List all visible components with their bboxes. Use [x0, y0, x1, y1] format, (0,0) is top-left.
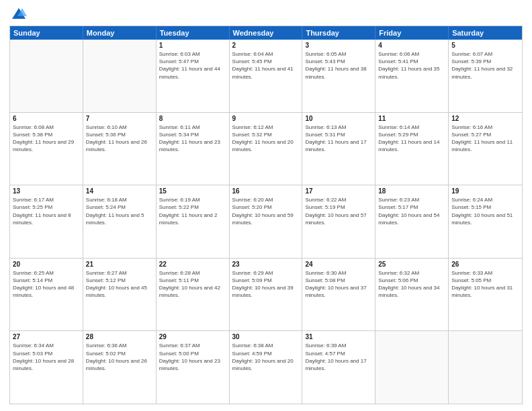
cell-info: Sunrise: 6:27 AMSunset: 5:12 PMDaylight:…: [86, 269, 153, 300]
calendar-cell: 10Sunrise: 6:13 AMSunset: 5:31 PMDayligh…: [302, 113, 375, 185]
weekday-header-sunday: Sunday: [10, 26, 83, 40]
logo-icon: [11, 7, 27, 20]
calendar-cell: 19Sunrise: 6:24 AMSunset: 5:15 PMDayligh…: [449, 185, 522, 258]
calendar-body: 1Sunrise: 6:03 AMSunset: 5:47 PMDaylight…: [10, 40, 522, 404]
cell-info: Sunrise: 6:32 AMSunset: 5:06 PMDaylight:…: [378, 269, 445, 300]
cell-info: Sunrise: 6:18 AMSunset: 5:24 PMDaylight:…: [86, 196, 153, 226]
day-number: 17: [305, 187, 372, 195]
weekday-header-friday: Friday: [375, 26, 449, 40]
cell-info: Sunrise: 6:07 AMSunset: 5:39 PMDaylight:…: [451, 50, 519, 81]
calendar-cell: 3Sunrise: 6:05 AMSunset: 5:43 PMDaylight…: [302, 40, 375, 112]
calendar-cell: [83, 40, 157, 112]
calendar-row-4: 27Sunrise: 6:34 AMSunset: 5:03 PMDayligh…: [10, 330, 522, 404]
calendar-cell: 31Sunrise: 6:39 AMSunset: 4:57 PMDayligh…: [302, 331, 375, 404]
calendar-cell: 21Sunrise: 6:27 AMSunset: 5:12 PMDayligh…: [83, 259, 157, 331]
weekday-header-tuesday: Tuesday: [157, 26, 230, 40]
calendar-cell: 13Sunrise: 6:17 AMSunset: 5:25 PMDayligh…: [10, 185, 83, 258]
cell-info: Sunrise: 6:34 AMSunset: 5:03 PMDaylight:…: [13, 342, 80, 372]
calendar-cell: 22Sunrise: 6:28 AMSunset: 5:11 PMDayligh…: [157, 259, 230, 331]
calendar-cell: 5Sunrise: 6:07 AMSunset: 5:39 PMDaylight…: [449, 40, 522, 112]
day-number: 19: [451, 187, 519, 195]
calendar-cell: [375, 331, 449, 404]
day-number: 30: [232, 333, 300, 340]
cell-info: Sunrise: 6:22 AMSunset: 5:19 PMDaylight:…: [305, 196, 372, 226]
day-number: 9: [232, 115, 300, 122]
calendar-cell: 23Sunrise: 6:29 AMSunset: 5:09 PMDayligh…: [230, 259, 303, 331]
calendar-cell: [449, 331, 522, 404]
calendar-cell: 8Sunrise: 6:11 AMSunset: 5:34 PMDaylight…: [157, 113, 230, 185]
calendar-cell: 7Sunrise: 6:10 AMSunset: 5:36 PMDaylight…: [83, 113, 157, 185]
day-number: 22: [159, 261, 226, 268]
calendar-cell: 12Sunrise: 6:16 AMSunset: 5:27 PMDayligh…: [449, 113, 522, 185]
day-number: 4: [378, 42, 445, 49]
day-number: 8: [159, 115, 226, 122]
day-number: 23: [232, 261, 300, 268]
calendar-cell: [10, 40, 83, 112]
day-number: 25: [378, 261, 445, 268]
calendar-row-1: 6Sunrise: 6:08 AMSunset: 5:38 PMDaylight…: [10, 112, 522, 185]
day-number: 29: [159, 333, 226, 340]
cell-info: Sunrise: 6:39 AMSunset: 4:57 PMDaylight:…: [305, 342, 372, 372]
cell-info: Sunrise: 6:05 AMSunset: 5:43 PMDaylight:…: [305, 50, 372, 81]
day-number: 5: [451, 42, 519, 49]
calendar-cell: 14Sunrise: 6:18 AMSunset: 5:24 PMDayligh…: [83, 185, 157, 258]
weekday-header-saturday: Saturday: [449, 26, 522, 40]
cell-info: Sunrise: 6:10 AMSunset: 5:36 PMDaylight:…: [86, 124, 153, 154]
cell-info: Sunrise: 6:16 AMSunset: 5:27 PMDaylight:…: [451, 124, 519, 154]
cell-info: Sunrise: 6:30 AMSunset: 5:08 PMDaylight:…: [305, 269, 372, 300]
day-number: 6: [13, 115, 80, 122]
calendar-cell: 29Sunrise: 6:37 AMSunset: 5:00 PMDayligh…: [157, 331, 230, 404]
calendar-cell: 28Sunrise: 6:36 AMSunset: 5:02 PMDayligh…: [83, 331, 157, 404]
day-number: 27: [13, 333, 80, 340]
cell-info: Sunrise: 6:24 AMSunset: 5:15 PMDaylight:…: [451, 196, 519, 226]
calendar-cell: 20Sunrise: 6:25 AMSunset: 5:14 PMDayligh…: [10, 259, 83, 331]
cell-info: Sunrise: 6:03 AMSunset: 5:47 PMDaylight:…: [159, 50, 226, 81]
calendar: SundayMondayTuesdayWednesdayThursdayFrid…: [9, 26, 523, 404]
calendar-cell: 26Sunrise: 6:33 AMSunset: 5:05 PMDayligh…: [449, 259, 522, 331]
calendar-cell: 9Sunrise: 6:12 AMSunset: 5:32 PMDaylight…: [230, 113, 303, 185]
calendar-cell: 18Sunrise: 6:23 AMSunset: 5:17 PMDayligh…: [375, 185, 449, 258]
cell-info: Sunrise: 6:14 AMSunset: 5:29 PMDaylight:…: [378, 124, 445, 154]
cell-info: Sunrise: 6:38 AMSunset: 4:59 PMDaylight:…: [232, 342, 300, 372]
day-number: 1: [159, 42, 226, 49]
day-number: 28: [86, 333, 153, 340]
day-number: 15: [159, 187, 226, 195]
day-number: 18: [378, 187, 445, 195]
calendar-row-2: 13Sunrise: 6:17 AMSunset: 5:25 PMDayligh…: [10, 185, 522, 258]
cell-info: Sunrise: 6:37 AMSunset: 5:00 PMDaylight:…: [159, 342, 226, 372]
day-number: 21: [86, 261, 153, 268]
calendar-cell: 25Sunrise: 6:32 AMSunset: 5:06 PMDayligh…: [375, 259, 449, 331]
cell-info: Sunrise: 6:28 AMSunset: 5:11 PMDaylight:…: [159, 269, 226, 300]
day-number: 14: [86, 187, 153, 195]
day-number: 12: [451, 115, 519, 122]
calendar-cell: 16Sunrise: 6:20 AMSunset: 5:20 PMDayligh…: [230, 185, 303, 258]
day-number: 10: [305, 115, 372, 122]
day-number: 26: [451, 261, 519, 268]
day-number: 20: [13, 261, 80, 268]
logo: [9, 7, 28, 20]
calendar-row-3: 20Sunrise: 6:25 AMSunset: 5:14 PMDayligh…: [10, 258, 522, 331]
calendar-cell: 4Sunrise: 6:06 AMSunset: 5:41 PMDaylight…: [375, 40, 449, 112]
day-number: 24: [305, 261, 372, 268]
calendar-cell: 6Sunrise: 6:08 AMSunset: 5:38 PMDaylight…: [10, 113, 83, 185]
cell-info: Sunrise: 6:20 AMSunset: 5:20 PMDaylight:…: [232, 196, 300, 226]
cell-info: Sunrise: 6:29 AMSunset: 5:09 PMDaylight:…: [232, 269, 300, 300]
day-number: 13: [13, 187, 80, 195]
header: [9, 7, 523, 20]
day-number: 2: [232, 42, 300, 49]
cell-info: Sunrise: 6:17 AMSunset: 5:25 PMDaylight:…: [13, 196, 80, 226]
cell-info: Sunrise: 6:08 AMSunset: 5:38 PMDaylight:…: [13, 124, 80, 154]
cell-info: Sunrise: 6:13 AMSunset: 5:31 PMDaylight:…: [305, 124, 372, 154]
calendar-cell: 2Sunrise: 6:04 AMSunset: 5:45 PMDaylight…: [230, 40, 303, 112]
cell-info: Sunrise: 6:12 AMSunset: 5:32 PMDaylight:…: [232, 124, 300, 154]
weekday-header-thursday: Thursday: [302, 26, 375, 40]
cell-info: Sunrise: 6:06 AMSunset: 5:41 PMDaylight:…: [378, 50, 445, 81]
day-number: 31: [305, 333, 372, 340]
cell-info: Sunrise: 6:04 AMSunset: 5:45 PMDaylight:…: [232, 50, 300, 81]
calendar-row-0: 1Sunrise: 6:03 AMSunset: 5:47 PMDaylight…: [10, 40, 522, 112]
calendar-cell: 1Sunrise: 6:03 AMSunset: 5:47 PMDaylight…: [157, 40, 230, 112]
cell-info: Sunrise: 6:19 AMSunset: 5:22 PMDaylight:…: [159, 196, 226, 226]
cell-info: Sunrise: 6:23 AMSunset: 5:17 PMDaylight:…: [378, 196, 445, 226]
weekday-header-monday: Monday: [83, 26, 157, 40]
day-number: 7: [86, 115, 153, 122]
